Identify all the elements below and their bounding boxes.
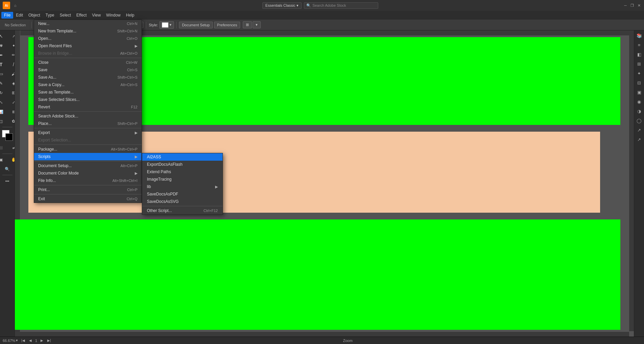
eraser-tool[interactable]: ◈ <box>7 79 15 88</box>
align-panel[interactable]: ⊟ <box>636 79 643 86</box>
stroke-panel[interactable]: ◯ <box>636 117 643 124</box>
swap-colors[interactable]: ⇄ <box>8 143 15 152</box>
document-setup-button[interactable]: Document Setup <box>179 22 213 28</box>
swatches-panel[interactable]: ◑ <box>636 107 643 115</box>
paintbrush-tool[interactable]: 🖌 <box>7 70 15 78</box>
expand-panels[interactable]: ↗ <box>636 126 643 134</box>
magic-wand-tool[interactable]: ✦ <box>7 41 15 50</box>
pen-tool[interactable]: ✒ <box>0 51 7 59</box>
menu-new-template[interactable]: New from Template... Shift+Ctrl+N <box>34 27 141 35</box>
script-other[interactable]: Other Script... Ctrl+F12 <box>142 207 223 214</box>
menu-help[interactable]: Help <box>123 12 137 19</box>
menu-open[interactable]: Open... Ctrl+O <box>34 35 141 42</box>
expand-panels-2[interactable]: ↗ <box>636 136 643 143</box>
menu-place[interactable]: Place... Shift+Ctrl+P <box>34 120 141 127</box>
more-tools[interactable]: ••• <box>1 177 14 185</box>
workspace-selector[interactable]: Essentials Classic ▾ <box>262 2 302 9</box>
menu-close[interactable]: Close Ctrl+W <box>34 59 141 66</box>
menu-save-as[interactable]: Save As... Shift+Ctrl+S <box>34 74 141 81</box>
layers-panel[interactable]: ◧ <box>636 51 643 58</box>
menu-object[interactable]: Object <box>26 12 43 19</box>
scale-tool[interactable]: ⤡ <box>0 98 7 107</box>
nav-next-end[interactable]: ▶| <box>47 339 52 342</box>
reflect-tool[interactable]: ⊞ <box>7 88 15 97</box>
menu-file-info[interactable]: File Info... Alt+Shift+Ctrl+I <box>34 177 141 184</box>
menu-exit[interactable]: Exit Ctrl+Q <box>34 195 141 203</box>
menu-revert[interactable]: Revert F12 <box>34 103 141 111</box>
menu-open-recent[interactable]: Open Recent Files ▶ <box>34 42 141 50</box>
script-export-docs-flash[interactable]: ExportDocsAsFlash <box>142 161 223 168</box>
menu-scripts-label: Scripts <box>38 154 51 159</box>
lasso-tool[interactable]: ✾ <box>0 41 7 50</box>
script-save-pdf[interactable]: SaveDocsAsPDF <box>142 190 223 198</box>
script-image-tracing[interactable]: ImageTracing <box>142 176 223 183</box>
script-save-svg[interactable]: SaveDocsAsSVG <box>142 198 223 205</box>
menu-save-template[interactable]: Save as Template... <box>34 88 141 96</box>
mesh-tool[interactable]: ⊞ <box>7 107 15 116</box>
line-tool[interactable]: / <box>7 60 15 69</box>
direct-selection-tool[interactable]: ↗ <box>7 32 15 41</box>
arrange-arrow[interactable]: ▾ <box>253 21 261 28</box>
properties-panel[interactable]: ≡ <box>636 41 643 49</box>
menu-effect[interactable]: Effect <box>74 12 89 19</box>
symbols-panel[interactable]: ✦ <box>636 70 643 77</box>
gradient-tool[interactable]: ◫ <box>0 117 7 126</box>
script-lib[interactable]: lib ▶ <box>142 183 223 190</box>
rotate-tool[interactable]: ↻ <box>0 88 7 97</box>
script-ai2ass[interactable]: AI2ASS <box>142 153 223 161</box>
curvature-tool[interactable]: ✏ <box>7 51 15 59</box>
horizontal-scrollbar[interactable] <box>15 332 629 337</box>
arrange-button[interactable]: ⊞ <box>243 21 252 28</box>
menu-search-stock[interactable]: Search Adobe Stock... <box>34 112 141 120</box>
menu-window[interactable]: Window <box>103 12 123 19</box>
color-swatches[interactable] <box>2 130 13 141</box>
color-panel[interactable]: ◉ <box>636 98 643 105</box>
menu-edit[interactable]: Edit <box>13 12 26 19</box>
home-button[interactable]: ⌂ <box>13 3 18 8</box>
hand-tool[interactable]: ✋ <box>7 155 15 164</box>
nav-prev[interactable]: ◀ <box>28 339 32 342</box>
selection-tool[interactable]: ↖ <box>0 32 7 41</box>
menu-type[interactable]: Type <box>43 12 57 19</box>
zoom-arrow[interactable]: ▾ <box>16 338 18 343</box>
menu-save[interactable]: Save Ctrl+S <box>34 66 141 74</box>
column-graph-tool[interactable]: 📊 <box>0 107 7 116</box>
preferences-button[interactable]: Preferences <box>214 22 240 28</box>
close-button[interactable]: ✕ <box>637 3 641 8</box>
artboard-tool[interactable]: ▣ <box>0 155 7 164</box>
script-extend-paths[interactable]: Extend Paths <box>142 168 223 176</box>
menu-save-as-shortcut: Shift+Ctrl+S <box>118 75 137 79</box>
rectangle-tool[interactable]: ▭ <box>0 70 7 78</box>
eyedropper-tool[interactable]: ✿ <box>7 117 15 126</box>
menu-doc-color-mode[interactable]: Document Color Mode ▶ <box>34 169 141 177</box>
menu-save-slices[interactable]: Save Selected Slices... <box>34 96 141 103</box>
pencil-tool[interactable]: ✎ <box>0 79 7 88</box>
libraries-panel[interactable]: 📚 <box>636 32 643 39</box>
background-color[interactable] <box>5 133 13 141</box>
minimize-button[interactable]: ─ <box>623 3 628 8</box>
menu-save-copy[interactable]: Save a Copy... Alt+Ctrl+S <box>34 81 141 88</box>
warp-tool[interactable]: ⤢ <box>7 98 15 107</box>
menu-print[interactable]: Print... Ctrl+P <box>34 186 141 193</box>
menu-doc-setup[interactable]: Document Setup... Alt+Ctrl+P <box>34 162 141 169</box>
menu-scripts[interactable]: Scripts ▶ <box>34 153 141 160</box>
nav-next[interactable]: ▶ <box>40 339 44 342</box>
menu-export[interactable]: Export ▶ <box>34 129 141 136</box>
style-label: Style: <box>149 23 158 27</box>
file-menu-dropdown: New... Ctrl+N New from Template... Shift… <box>34 20 142 203</box>
menu-select[interactable]: Select <box>57 12 74 19</box>
toggle-fill-stroke[interactable]: ⬛ <box>0 143 7 152</box>
type-tool[interactable]: T <box>0 60 7 69</box>
nav-prev-start[interactable]: |◀ <box>21 339 26 342</box>
transform-panel[interactable]: ▣ <box>636 88 643 96</box>
menu-file[interactable]: File <box>1 12 13 19</box>
search-stock-box[interactable]: 🔍 Search Adobe Stock <box>304 2 378 9</box>
artboards-panel[interactable]: ⊞ <box>636 60 643 68</box>
menu-package[interactable]: Package... Alt+Shift+Ctrl+P <box>34 145 141 153</box>
menu-view[interactable]: View <box>89 12 104 19</box>
zoom-tool[interactable]: 🔍 <box>1 165 14 174</box>
restore-button[interactable]: ❐ <box>630 3 635 8</box>
vertical-scrollbar[interactable] <box>629 30 634 331</box>
menu-new[interactable]: New... Ctrl+N <box>34 20 141 27</box>
style-field[interactable]: ▾ <box>159 21 174 29</box>
